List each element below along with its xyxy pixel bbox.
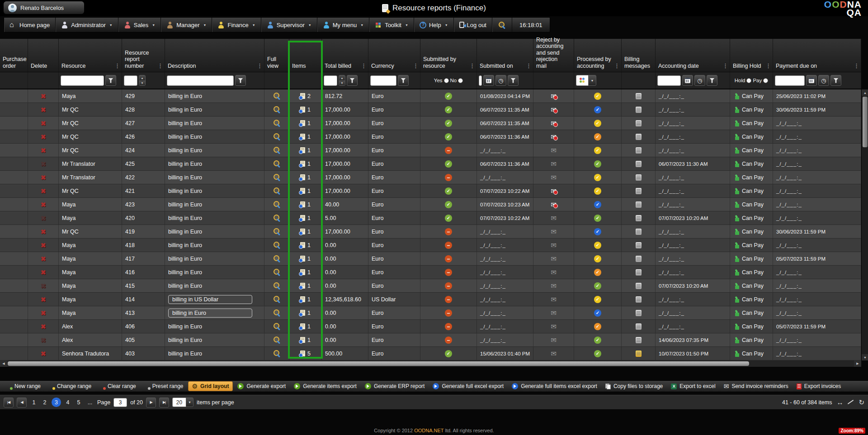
- items-icon[interactable]: [300, 107, 305, 112]
- items-icon[interactable]: [300, 296, 305, 302]
- filter-accounting_date-button[interactable]: [707, 75, 717, 86]
- full-view-icon[interactable]: [274, 350, 280, 357]
- rejection-mail-icon[interactable]: ✉: [551, 255, 557, 262]
- column-header-total[interactable]: Total billed⋮: [322, 39, 368, 72]
- filter-submitted-radio-no[interactable]: [458, 78, 463, 83]
- column-menu-icon[interactable]: ⋮: [614, 62, 620, 69]
- billing-messages-icon[interactable]: [636, 296, 642, 303]
- delete-icon[interactable]: ✖: [41, 296, 46, 303]
- delete-icon[interactable]: ✖: [41, 147, 46, 154]
- vertical-scroll-thumb[interactable]: [863, 97, 868, 147]
- full-view-icon[interactable]: [274, 187, 280, 194]
- toolbar-change-range[interactable]: Change range: [45, 381, 95, 391]
- refresh-icon[interactable]: ↻: [859, 399, 864, 406]
- delete-icon[interactable]: ✖: [41, 187, 46, 195]
- column-header-accounting_date[interactable]: Accounting date⋮: [656, 39, 730, 72]
- filter-total-stepper[interactable]: ▲▼: [339, 75, 345, 86]
- can-pay-icon[interactable]: [733, 229, 740, 235]
- prev-page-button[interactable]: ◀: [17, 398, 27, 407]
- full-view-icon[interactable]: [274, 323, 280, 330]
- delete-icon[interactable]: ✖: [41, 242, 46, 249]
- can-pay-icon[interactable]: [733, 269, 740, 276]
- billing-messages-icon[interactable]: [636, 120, 642, 126]
- rejection-mail-icon[interactable]: ✉: [551, 93, 557, 99]
- billing-messages-icon[interactable]: [636, 269, 642, 276]
- can-pay-icon[interactable]: [733, 283, 740, 289]
- toolbar-generate-full-items-excel-export[interactable]: Generate full items excel export: [508, 381, 601, 391]
- items-icon[interactable]: [300, 161, 305, 167]
- can-pay-icon[interactable]: [733, 134, 740, 140]
- menu-item-supervisor[interactable]: Supervisor▼: [261, 18, 317, 32]
- items-icon[interactable]: [300, 188, 305, 194]
- delete-icon[interactable]: ✖: [41, 160, 46, 168]
- filter-processed-dropdown[interactable]: ▼: [576, 75, 596, 86]
- filter-submitted_on-button[interactable]: [508, 75, 519, 86]
- full-view-icon[interactable]: [274, 201, 280, 208]
- billing-messages-icon[interactable]: [636, 337, 642, 343]
- can-pay-icon[interactable]: [733, 161, 740, 167]
- billing-messages-icon[interactable]: [636, 215, 642, 221]
- rejection-mail-icon[interactable]: ✉: [551, 187, 557, 194]
- items-icon[interactable]: [300, 351, 305, 356]
- filter-payment_due-input[interactable]: [775, 75, 805, 86]
- column-menu-icon[interactable]: ⋮: [526, 62, 532, 69]
- items-icon[interactable]: [300, 283, 305, 289]
- full-view-icon[interactable]: [274, 282, 280, 289]
- billing-messages-icon[interactable]: [636, 147, 642, 154]
- toolbar-generate-full-excel-export[interactable]: Generate full excel export: [429, 381, 507, 391]
- stepper-up-icon[interactable]: ▲: [339, 75, 345, 80]
- full-view-icon[interactable]: [274, 133, 280, 140]
- delete-icon[interactable]: ✖: [41, 269, 46, 276]
- delete-icon[interactable]: ✖: [41, 350, 46, 357]
- column-menu-icon[interactable]: ⋮: [765, 62, 771, 69]
- can-pay-icon[interactable]: [733, 188, 740, 194]
- items-icon[interactable]: [300, 134, 305, 140]
- column-header-po[interactable]: Purchase order: [0, 39, 28, 72]
- can-pay-icon[interactable]: [733, 93, 740, 99]
- items-icon[interactable]: [300, 215, 305, 221]
- delete-icon[interactable]: ✖: [41, 228, 46, 235]
- full-view-icon[interactable]: [274, 296, 280, 303]
- rejection-mail-icon[interactable]: ✉: [551, 269, 557, 276]
- delete-icon[interactable]: ✖: [41, 337, 46, 344]
- column-menu-icon[interactable]: ⋮: [257, 62, 263, 69]
- filter-number-stepper[interactable]: ▲▼: [139, 75, 146, 86]
- items-per-page-select[interactable]: 20 ▼: [172, 398, 193, 407]
- rejection-mail-icon[interactable]: ✉: [551, 337, 557, 343]
- full-view-icon[interactable]: [274, 147, 280, 154]
- column-header-billing_hold[interactable]: Billing Hold⋮: [730, 39, 773, 72]
- delete-icon[interactable]: ✖: [41, 174, 46, 181]
- rejection-mail-icon[interactable]: ✉: [551, 147, 557, 154]
- filter-total-input[interactable]: [324, 75, 337, 86]
- filter-payment_due-button[interactable]: [830, 75, 841, 86]
- items-icon[interactable]: [300, 93, 305, 99]
- filter-submitted_on-calendar-button[interactable]: [483, 75, 494, 86]
- full-view-icon[interactable]: [274, 228, 280, 235]
- can-pay-icon[interactable]: [733, 107, 740, 113]
- menu-item-home-page[interactable]: Home page: [4, 18, 56, 32]
- can-pay-icon[interactable]: [733, 242, 740, 248]
- rejection-mail-icon[interactable]: ✉: [551, 120, 557, 126]
- billing-messages-icon[interactable]: [636, 107, 642, 113]
- description-input[interactable]: billing in Euro: [168, 309, 252, 318]
- rejection-mail-icon[interactable]: ✉: [551, 174, 557, 181]
- billing-messages-icon[interactable]: [636, 256, 642, 262]
- can-pay-icon[interactable]: [733, 310, 740, 316]
- rejection-mail-icon[interactable]: ✉: [551, 106, 557, 113]
- fit-columns-icon[interactable]: ↔: [836, 399, 843, 406]
- column-header-number[interactable]: Resource report number⋮: [122, 39, 165, 72]
- page-number-1[interactable]: 1: [30, 399, 38, 406]
- filter-resource-button[interactable]: [105, 75, 116, 86]
- rejection-mail-icon[interactable]: ✉: [551, 215, 557, 221]
- column-menu-icon[interactable]: ⋮: [157, 62, 163, 69]
- column-menu-icon[interactable]: ⋮: [469, 62, 475, 69]
- toolbar-generate-items-export[interactable]: Generate items export: [290, 381, 360, 391]
- items-icon[interactable]: [300, 201, 305, 207]
- full-view-icon[interactable]: [274, 120, 280, 126]
- full-view-icon[interactable]: [274, 93, 280, 99]
- scroll-up-icon[interactable]: ▲: [862, 89, 868, 96]
- rejection-mail-icon[interactable]: ✉: [551, 228, 557, 235]
- filter-resource-input[interactable]: [61, 75, 104, 86]
- toolbar-clear-range[interactable]: Clear range: [96, 381, 140, 391]
- clear-filter-icon[interactable]: [848, 399, 854, 405]
